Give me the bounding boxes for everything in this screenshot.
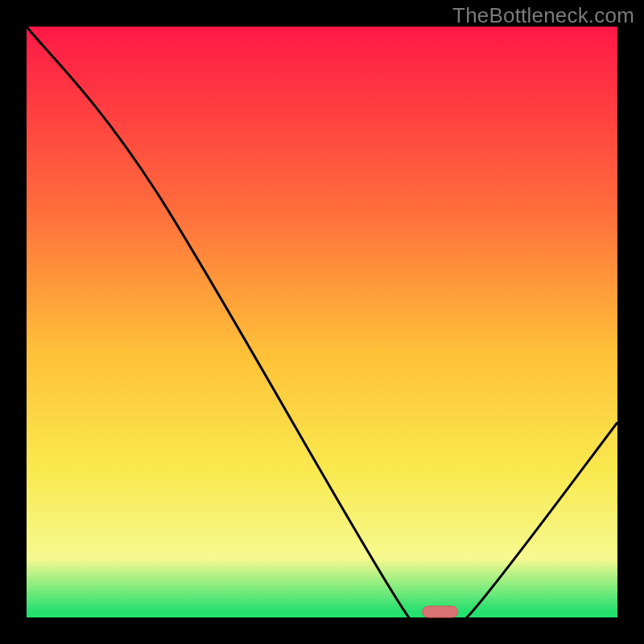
bottleneck-chart [0, 0, 644, 644]
chart-frame: TheBottleneck.com [0, 0, 644, 644]
plot-background [27, 27, 617, 617]
optimal-marker [423, 606, 458, 617]
watermark-text: TheBottleneck.com [452, 3, 634, 28]
